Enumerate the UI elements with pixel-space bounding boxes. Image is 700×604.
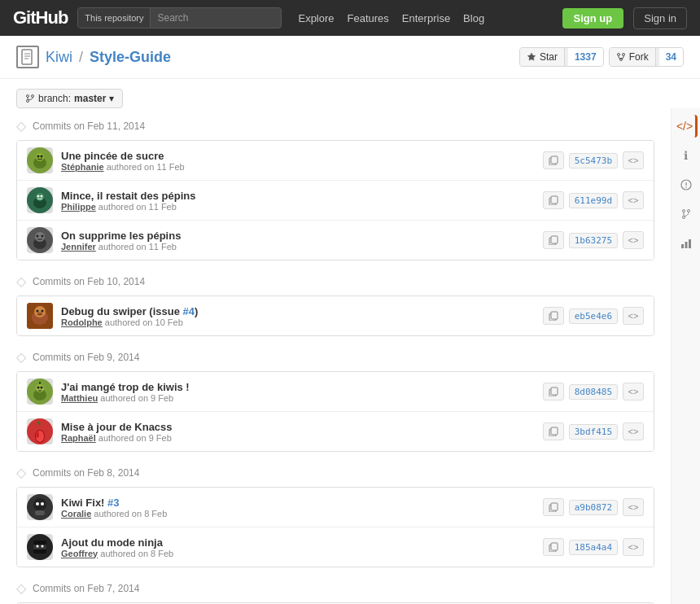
copy-sha-button[interactable] <box>543 191 564 209</box>
svg-point-15 <box>41 155 43 158</box>
code-icon: <> <box>628 427 639 436</box>
copy-sha-button[interactable] <box>543 307 564 325</box>
commit-sha-link[interactable]: 5c5473b <box>569 153 618 169</box>
browse-code-button[interactable]: <> <box>623 422 644 440</box>
nav-enterprise[interactable]: Enterprise <box>402 12 450 24</box>
svg-point-59 <box>41 502 44 506</box>
commit-sha-link[interactable]: a9b0872 <box>569 500 618 515</box>
commit-title-link[interactable]: Debug du swiper (issue #4) <box>61 305 535 317</box>
svg-point-45 <box>41 387 43 389</box>
commit-title-link[interactable]: Une pincée de sucre <box>61 150 535 162</box>
nav-explore[interactable]: Explore <box>298 12 334 24</box>
commit-actions: 1b63275 <> <box>543 231 644 249</box>
avatar <box>27 494 53 520</box>
svg-point-5 <box>622 54 624 56</box>
commit-date-feb8: ◇ Commits on Feb 8, 2014 <box>16 465 654 480</box>
svg-point-82 <box>687 210 689 212</box>
table-row: Debug du swiper (issue #4) Rodolphe auth… <box>17 296 654 335</box>
git-commit-icon: ◇ <box>16 118 26 133</box>
commit-group-feb8: ◇ Commits on Feb 8, 2014 Kiwi Fix! #3 Co… <box>16 465 654 567</box>
commit-sha-link[interactable]: 185a4a4 <box>569 540 618 555</box>
svg-rect-32 <box>551 236 558 243</box>
svg-point-38 <box>37 313 42 315</box>
browse-code-button[interactable]: <> <box>623 151 644 169</box>
sidebar-issues-icon[interactable] <box>675 173 698 196</box>
code-icon: <> <box>628 155 639 165</box>
branch-dropdown-icon: ▾ <box>109 93 114 104</box>
commit-title-link[interactable]: Mince, il restait des pépins <box>61 190 535 202</box>
repo-org-link[interactable]: Kiwi <box>46 49 72 66</box>
commits-list-feb9: J'ai mangé trop de kiwis ! Matthieu auth… <box>16 371 654 452</box>
commit-actions: eb5e4e6 <> <box>543 307 644 325</box>
browse-code-button[interactable]: <> <box>623 191 644 209</box>
commit-title-link[interactable]: Ajout du mode ninja <box>61 536 535 549</box>
svg-point-4 <box>617 54 619 56</box>
commit-title-link[interactable]: On supprime les pépins <box>61 230 535 242</box>
nav-features[interactable]: Features <box>348 12 389 24</box>
svg-point-67 <box>42 545 44 548</box>
table-row: Ajout du mode ninja Geoffrey authored on… <box>17 527 654 567</box>
signin-button[interactable]: Sign in <box>633 7 687 29</box>
commit-sha-link[interactable]: 3bdf415 <box>569 424 618 440</box>
signup-button[interactable]: Sign up <box>562 8 624 28</box>
commit-meta: Rodolphe authored on 10 Feb <box>61 317 535 327</box>
commit-info: Debug du swiper (issue #4) Rodolphe auth… <box>61 305 535 327</box>
main-layout: ◇ Commits on Feb 11, 2014 Une pincée de … <box>0 108 700 604</box>
commit-title-link[interactable]: Kiwi Fix! #3 <box>61 497 535 509</box>
commit-sha-link[interactable]: eb5e4e6 <box>569 309 618 324</box>
fork-count: 34 <box>659 48 683 66</box>
commit-title-link[interactable]: J'ai mangé trop de kiwis ! <box>61 381 535 393</box>
commit-actions: 8d08485 <> <box>543 383 644 400</box>
sidebar-graph-icon[interactable] <box>675 232 698 255</box>
commit-sha-link[interactable]: 1b63275 <box>569 233 618 248</box>
svg-point-57 <box>33 498 46 511</box>
commit-actions: 611e99d <> <box>543 191 644 209</box>
code-icon: <> <box>628 387 639 396</box>
repo-name-link[interactable]: Style-Guide <box>90 49 171 66</box>
commit-date-feb10: ◇ Commits on Feb 10, 2014 <box>16 274 654 289</box>
search-input[interactable] <box>151 12 281 24</box>
sidebar-branch-icon[interactable] <box>675 203 698 225</box>
commit-actions: a9b0872 <> <box>543 498 644 516</box>
star-button[interactable]: Star 1337 <box>519 47 604 67</box>
copy-sha-button[interactable] <box>543 151 564 169</box>
commit-sha-link[interactable]: 8d08485 <box>569 384 618 400</box>
svg-point-52 <box>36 431 39 438</box>
git-commit-icon: ◇ <box>16 580 26 596</box>
repo-separator: / <box>79 49 83 66</box>
fork-button[interactable]: Fork 34 <box>609 47 684 67</box>
site-header: GitHub This repository Explore Features … <box>0 0 700 36</box>
commit-meta: Stéphanie authored on 11 Feb <box>61 162 535 172</box>
svg-point-21 <box>37 195 40 198</box>
svg-rect-85 <box>685 242 687 248</box>
svg-rect-0 <box>22 50 32 64</box>
commit-info: Mise à jour de Knacss Raphaël authored o… <box>61 421 535 443</box>
svg-point-9 <box>32 95 34 98</box>
svg-point-22 <box>41 195 43 198</box>
copy-sha-button[interactable] <box>543 422 564 440</box>
commits-list-feb10: Debug du swiper (issue #4) Rodolphe auth… <box>16 295 654 336</box>
commit-title-link[interactable]: Mise à jour de Knacss <box>61 421 535 433</box>
svg-rect-55 <box>551 427 558 435</box>
branch-selector[interactable]: branch: master ▾ <box>16 89 123 108</box>
browse-code-button[interactable]: <> <box>623 538 644 556</box>
copy-sha-button[interactable] <box>543 498 564 516</box>
copy-sha-button[interactable] <box>543 383 564 400</box>
svg-rect-40 <box>551 312 558 319</box>
svg-point-30 <box>42 235 44 238</box>
copy-sha-button[interactable] <box>543 231 564 249</box>
fork-label: Fork <box>610 48 656 66</box>
branch-icon <box>25 94 35 103</box>
avatar <box>27 187 53 213</box>
commit-sha-link[interactable]: 611e99d <box>569 193 618 208</box>
browse-code-button[interactable]: <> <box>623 231 644 249</box>
sidebar-info-icon[interactable]: ℹ <box>675 144 698 167</box>
browse-code-button[interactable]: <> <box>623 383 644 400</box>
commit-group-feb7: ◇ Commits on Feb 7, 2014 Merge pull requ… <box>16 580 654 604</box>
browse-code-button[interactable]: <> <box>623 307 644 325</box>
sidebar-code-icon[interactable]: </> <box>675 115 698 138</box>
nav-blog[interactable]: Blog <box>463 12 484 24</box>
commit-date-label: Commits on Feb 9, 2014 <box>33 352 139 363</box>
browse-code-button[interactable]: <> <box>623 498 644 516</box>
copy-sha-button[interactable] <box>543 538 564 556</box>
